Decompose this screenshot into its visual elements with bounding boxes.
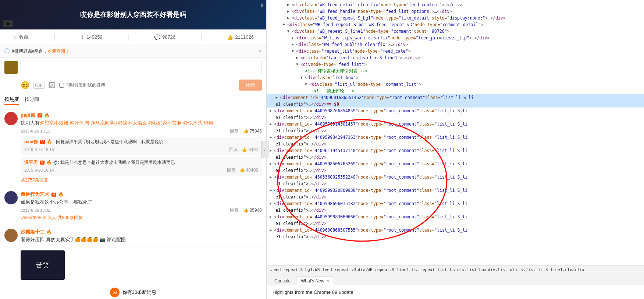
code-line-11[interactable]: <!-- 评论盖楼大评论列表 --> — [267, 68, 644, 74]
expand-arrow-21[interactable]: ▶ — [270, 174, 274, 180]
stat-comment[interactable]: 💬 98726 — [154, 34, 175, 40]
tab-whats-new[interactable]: What's New × — [296, 277, 334, 285]
code-line-1[interactable]: ▶ <div class="WB_feed_detail clearfix" n… — [267, 1, 644, 8]
dots-menu-15[interactable]: … — [270, 94, 273, 101]
code-line-21b[interactable]: e1 clearfix">…</div> — [267, 180, 644, 187]
code-line-24[interactable]: ▶ <div comment_id="4409599883060666" nod… — [267, 214, 644, 220]
stat-collect[interactable]: ☆ 收藏 — [13, 34, 29, 41]
code-line-13[interactable]: ▼ <div class="list_ul" node-type="commen… — [267, 81, 644, 88]
expand-arrow-2[interactable]: ▶ — [287, 8, 292, 15]
expand-arrow-19[interactable]: ▶ — [270, 147, 274, 154]
expand-arrow-1[interactable]: ▶ — [287, 1, 292, 8]
video-play-btn[interactable]: ▶ — [3, 20, 13, 27]
code-line-23[interactable]: ▶ <div comment_id="4409598696015182" nod… — [267, 200, 644, 207]
sub-user-1a[interactable]: papi酱 — [24, 139, 38, 144]
code-line-19[interactable]: ▶ <div comment_id="4409611945137148" nod… — [267, 147, 644, 154]
expand-arrow-16[interactable]: ▶ — [270, 108, 274, 114]
expand-arrow-20[interactable]: ▶ — [270, 161, 274, 167]
code-line-25b[interactable]: e1 clearfix">…</div> — [267, 233, 644, 240]
stat-share[interactable]: ⬆ 149259 — [80, 34, 102, 40]
code-line-8[interactable]: ▼ <div class="repeat_list" node-type="fe… — [267, 48, 644, 54]
more-replies-1[interactable]: 共2757条回复 — [21, 177, 262, 183]
code-line-19b[interactable]: e1 clearfix">…</div> — [267, 154, 644, 161]
code-line-20b[interactable]: e1 clearfix">…</div> — [267, 167, 644, 174]
breadcrumb-dots[interactable]: … — [270, 267, 272, 272]
code-line-10[interactable]: ▼ <div node-type="feed_list" > — [267, 61, 644, 68]
reply-btn-2[interactable]: 回复 — [230, 207, 239, 213]
expand-arrow-22[interactable]: ▶ — [270, 187, 274, 194]
sub-reply-btn-1b[interactable]: 回复 — [227, 167, 236, 173]
more-replies-2[interactable]: UndertheElm 等人 共835条回复 — [21, 215, 262, 221]
comment-input[interactable] — [21, 61, 262, 74]
stat-like[interactable]: 👍 2111026 — [227, 34, 254, 40]
expand-arrow-7[interactable]: ▶ — [292, 41, 296, 48]
breadcrumb-repeat[interactable]: eed_repeat.S_bg1.WB_feed_repeat_v3 — [274, 267, 356, 272]
code-line-22[interactable]: ▶ <div comment_id="4409599320809938" nod… — [267, 187, 644, 194]
expand-arrow-13[interactable]: ▼ — [305, 81, 309, 88]
expand-arrow-17[interactable]: ▶ — [270, 121, 274, 127]
code-line-4[interactable]: ▼ <div class="WB_feed_repeat S_bg1 WB_fe… — [267, 21, 644, 28]
sub-user-1b[interactable]: 泽平周 — [24, 160, 38, 165]
info-link[interactable]: 欢迎查阅！ — [47, 48, 70, 54]
thumbnail-image[interactable]: 苦笑 — [21, 250, 65, 280]
code-line-2[interactable]: ▶ <div class="WB_feed_handle" node-type=… — [267, 8, 644, 15]
close-icon[interactable]: × — [259, 48, 262, 54]
username-2[interactable]: 叛逆行为艺术 — [21, 191, 49, 197]
code-line-20[interactable]: ▶ <div comment_id="4409598506765269" nod… — [267, 161, 644, 167]
username-3[interactable]: 沙糯姬十二 — [21, 229, 45, 235]
reply-btn-1[interactable]: 回复 — [230, 128, 239, 134]
like-btn-1[interactable]: 👍 75046 — [243, 129, 262, 134]
username-1[interactable]: papi酱 — [21, 112, 35, 118]
like-btn-2[interactable]: 👍 85940 — [243, 208, 262, 213]
forward-icon[interactable]: ⟫ — [260, 2, 263, 8]
code-line-17[interactable]: ▶ <div comment_id="4409598914301457" nod… — [267, 121, 644, 127]
expand-arrow-5[interactable]: ▼ — [287, 28, 292, 35]
repost-checkbox-label[interactable]: 同时转发到我的微博 — [59, 82, 105, 88]
sub-like-btn-1b[interactable]: 👍 48409 — [239, 167, 258, 173]
breadcrumb-div[interactable]: div — [448, 267, 456, 272]
code-line-17b[interactable]: e1 clearfix">…</div> — [267, 127, 644, 134]
breadcrumb-list-li[interactable]: div.list_li.S_line1.clearfix — [516, 267, 584, 272]
expand-arrow-15[interactable]: ▶ — [275, 94, 280, 101]
sub-reply-btn-1a[interactable]: 回复 — [229, 147, 238, 153]
submit-comment-button[interactable]: 评论 — [239, 80, 262, 91]
code-line-14[interactable]: <!-- 禁止评论 --> — [267, 88, 644, 94]
code-line-12[interactable]: ▼ <div class="list_box" > — [267, 74, 644, 81]
code-line-16b[interactable]: e1 clearfix">…</div> — [267, 114, 644, 121]
expand-arrow-4[interactable]: ▼ — [283, 21, 287, 28]
devtools-code-area[interactable]: ▶ <div class="WB_feed_detail clearfix" n… — [267, 0, 644, 265]
sort-time-tab[interactable]: 按时间 — [25, 96, 39, 105]
code-line-7[interactable]: ▶ <div class="WB_feed_publish clearfix" … — [267, 41, 644, 48]
expand-arrow-8[interactable]: ▼ — [292, 48, 296, 54]
emoji-btn[interactable]: 😊 — [21, 81, 30, 89]
tab-console[interactable]: Console — [270, 277, 295, 285]
expand-arrow-6[interactable]: ▶ — [292, 35, 296, 41]
expand-arrow-9[interactable]: ▶ — [296, 54, 300, 61]
breadcrumb-list-box[interactable]: div.list_box — [457, 267, 486, 272]
expand-arrow-23[interactable]: ▶ — [270, 200, 274, 207]
expand-arrow-3[interactable]: ▶ — [287, 15, 292, 21]
expand-arrow-18[interactable]: ▶ — [270, 134, 274, 141]
expand-arrow-24[interactable]: ▶ — [270, 214, 274, 220]
code-line-23b[interactable]: e1 clearfix">…</div> — [267, 207, 644, 214]
code-line-25[interactable]: ▶ <div comment_id="4409600868507535" nod… — [267, 227, 644, 233]
code-line-21[interactable]: ▶ <div comment_id="4503360025352249" nod… — [267, 174, 644, 180]
image-btn[interactable]: 🖼 — [48, 81, 56, 89]
code-line-22b[interactable]: e1 clearfix">…</div> — [267, 194, 644, 200]
breadcrumb-list-ul[interactable]: div.list_ul — [488, 267, 515, 272]
code-line-3[interactable]: ▶ <div class="WB_feed_repeat S_bg1" node… — [267, 15, 644, 21]
code-line-6[interactable]: ▶ <div class="W_tips tips_warn clearfix"… — [267, 35, 644, 41]
code-line-16[interactable]: ▶ <div comment_id="4409598766854859" nod… — [267, 108, 644, 114]
repost-checkbox[interactable] — [59, 83, 64, 88]
sort-hot-tab[interactable]: 按热度 — [4, 96, 19, 105]
code-line-9[interactable]: ▶ <div class="tab_feed_a clearfix S_line… — [267, 54, 644, 61]
gif-btn[interactable]: GIF — [33, 82, 45, 89]
code-line-15[interactable]: … ▶ <div comment_id="4409601686551452" n… — [267, 94, 644, 101]
tab-close-icon[interactable]: × — [327, 279, 329, 283]
breadcrumb-repeat-list[interactable]: div.repeat_list — [410, 267, 447, 272]
breadcrumb-wb-repeat[interactable]: div.WB_repeat.S-line1 — [358, 267, 409, 272]
panel-collapse-button[interactable]: › — [261, 141, 268, 158]
code-line-24b[interactable]: e1 clearfix">…</div> — [267, 220, 644, 227]
expand-arrow-12[interactable]: ▼ — [300, 74, 305, 81]
code-line-15b[interactable]: e1 clearfix">…</div> == $0 — [267, 101, 644, 108]
